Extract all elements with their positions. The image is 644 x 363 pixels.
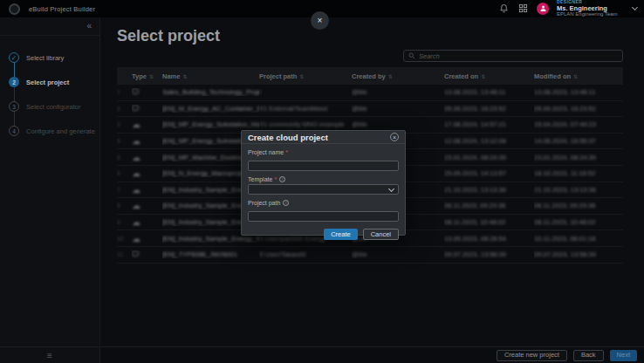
- type-cell: [132, 250, 162, 258]
- table-row[interactable]: 1 Sales_Building_Technology_Project_xxx …: [117, 85, 623, 101]
- create-cloud-project-dialog: Create cloud project × Project name* Tem…: [241, 130, 406, 236]
- cloud-icon: ☁: [132, 120, 140, 129]
- table-row[interactable]: 2 [EN]_M_Energy_AC_Container_DC_xxx X1 E…: [117, 101, 623, 118]
- template-label: Template* i: [248, 176, 399, 182]
- cloud-icon: ☁: [132, 201, 140, 210]
- sort-icon: ⇅: [149, 73, 154, 79]
- type-cell: ☁: [132, 153, 162, 162]
- type-cell: ☁: [132, 234, 162, 243]
- step-label: Select project: [26, 79, 69, 86]
- search-input[interactable]: [419, 52, 618, 60]
- step-check-icon: ✓: [9, 52, 19, 63]
- local-project-icon: [132, 88, 139, 94]
- type-cell: [132, 105, 162, 113]
- table-row[interactable]: 11 [EN]_TYP6086_JW26001 X User/Takao00 @…: [117, 247, 623, 264]
- cloud-icon: ☁: [132, 185, 140, 195]
- notifications-bell-icon[interactable]: [498, 3, 510, 14]
- type-cell: ☁: [132, 120, 162, 129]
- required-marker: *: [285, 149, 288, 155]
- user-menu-chevron-down-icon[interactable]: [632, 4, 638, 10]
- header-type[interactable]: Type⇅: [132, 72, 162, 80]
- user-team: EPLAN Engineering Team: [557, 11, 625, 17]
- create-button[interactable]: Create: [324, 229, 358, 240]
- project-path-label: Project path i: [248, 200, 399, 206]
- header-created-by[interactable]: Created by⇅: [352, 72, 444, 80]
- cancel-button[interactable]: Cancel: [363, 229, 399, 240]
- step-number: 4: [9, 126, 19, 136]
- cloud-icon: ☁: [132, 153, 140, 162]
- modal-header: Create cloud project ×: [242, 131, 405, 144]
- close-icon[interactable]: ×: [311, 11, 329, 30]
- cloud-icon: ☁: [132, 234, 140, 243]
- user-avatar[interactable]: [537, 3, 549, 15]
- step-configure-generate[interactable]: 4 Configure and generate: [9, 119, 99, 143]
- step-number: 3: [9, 101, 19, 112]
- type-cell: ☁: [132, 185, 162, 195]
- local-project-icon: [132, 105, 139, 111]
- ebuild-logo-icon: [9, 3, 20, 15]
- step-label: Configure and generate: [26, 127, 95, 135]
- back-button[interactable]: Back: [573, 350, 604, 361]
- template-select[interactable]: [248, 184, 399, 195]
- header-name[interactable]: Name⇅: [162, 72, 259, 80]
- modal-title: Create cloud project: [248, 133, 328, 142]
- search-icon: [408, 52, 415, 59]
- info-icon[interactable]: i: [279, 176, 285, 182]
- sort-icon: ⇅: [299, 73, 304, 79]
- type-cell: ☁: [132, 168, 162, 178]
- type-cell: ☁: [132, 201, 162, 210]
- cloud-icon: ☁: [132, 168, 140, 178]
- step-number: 2: [9, 77, 19, 87]
- table-header: Type⇅ Name⇅ Project path⇅ Created by⇅ Cr…: [117, 67, 623, 85]
- sort-icon: ⇅: [573, 73, 578, 79]
- app-title: eBuild Project Builder: [29, 5, 95, 13]
- cloud-icon: ☁: [132, 136, 140, 146]
- sidebar-footer: ≡: [0, 346, 99, 363]
- header-modified-on[interactable]: Modified on⇅: [534, 72, 623, 80]
- step-label: Select configurator: [26, 103, 81, 111]
- header-created-on[interactable]: Created on⇅: [444, 72, 534, 80]
- header-project-path[interactable]: Project path⇅: [259, 72, 352, 80]
- local-project-icon: [132, 250, 139, 257]
- page-title: Select project: [117, 27, 220, 45]
- step-select-library[interactable]: ✓ Select library: [9, 45, 99, 70]
- type-cell: ☁: [132, 217, 162, 227]
- project-path-field[interactable]: [248, 211, 399, 222]
- info-icon[interactable]: i: [283, 200, 289, 206]
- next-button[interactable]: Next: [610, 350, 637, 361]
- modal-close-icon[interactable]: ×: [390, 133, 399, 141]
- project-name-label: Project name*: [248, 149, 399, 155]
- wizard-stepper: ✓ Select library 2 Select project 3 Sele…: [0, 36, 99, 143]
- search-box: [403, 50, 623, 62]
- app-grid-icon[interactable]: [517, 3, 529, 14]
- required-marker: *: [274, 176, 277, 182]
- step-label: Select library: [26, 54, 64, 62]
- sort-icon: ⇅: [388, 73, 393, 79]
- wizard-footer: Create new project Back Next: [100, 346, 644, 363]
- project-name-field[interactable]: [248, 161, 399, 171]
- sidebar-collapse-button[interactable]: «: [86, 22, 92, 31]
- topbar-actions: DESIGNER Ms. Engineering EPLAN Engineeri…: [498, 0, 637, 17]
- user-info[interactable]: DESIGNER Ms. Engineering EPLAN Engineeri…: [557, 0, 625, 17]
- step-select-configurator[interactable]: 3 Select configurator: [9, 94, 99, 119]
- modal-actions: Create Cancel: [248, 229, 399, 240]
- create-new-project-button[interactable]: Create new project: [497, 350, 567, 361]
- app-window: eBuild Project Builder DESIGNER Ms. Engi…: [0, 0, 644, 363]
- sidebar-collapse-row: «: [0, 17, 99, 36]
- type-cell: [132, 88, 162, 96]
- modal-body: Project name* Template* i Project path i…: [242, 144, 405, 240]
- step-select-project[interactable]: 2 Select project: [9, 70, 99, 94]
- wizard-sidebar: « ✓ Select library 2 Select project 3 Se…: [0, 17, 100, 363]
- sort-icon: ⇅: [182, 73, 187, 79]
- select-chevron-down-icon: [388, 185, 394, 191]
- user-name: Ms. Engineering: [557, 5, 625, 12]
- cloud-icon: ☁: [132, 217, 140, 227]
- type-cell: ☁: [132, 136, 162, 146]
- menu-icon[interactable]: ≡: [47, 351, 52, 360]
- sort-icon: ⇅: [481, 73, 485, 79]
